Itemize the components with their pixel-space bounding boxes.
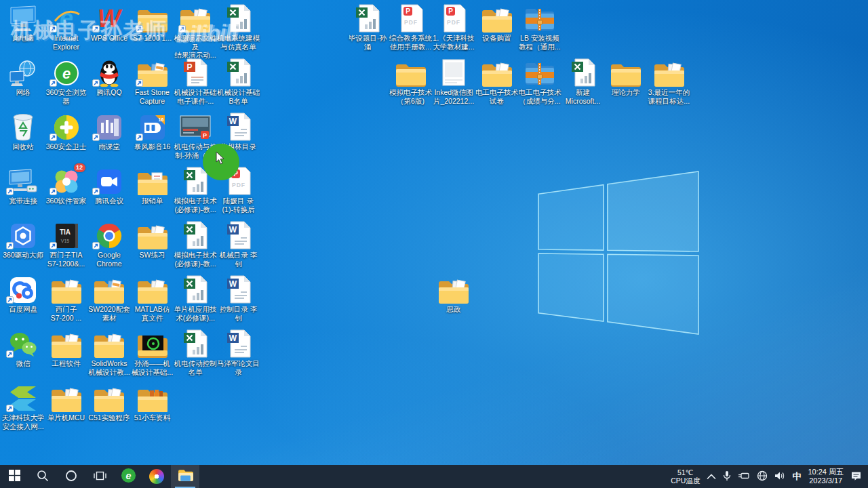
- desktop-icon-sizheng[interactable]: 思政: [432, 275, 475, 314]
- desktop-icon-engineering-software[interactable]: 工程软件: [45, 329, 88, 368]
- desktop-icon-tencent-qq[interactable]: 腾讯QQ: [87, 58, 131, 97]
- start-button[interactable]: [0, 465, 28, 488]
- taskbar-file-explorer-button[interactable]: [171, 465, 199, 488]
- desktop-icon-solidworks-teaching[interactable]: SolidWorks 机械设计教...: [87, 329, 131, 376]
- desktop-icon-course-target[interactable]: 3.最近一年的 课程目标达...: [648, 58, 691, 105]
- desktop-icon-equipment-purchase[interactable]: 设备购置: [475, 4, 519, 43]
- task-view-button[interactable]: [85, 465, 114, 488]
- shortcut-arrow-icon: [6, 188, 14, 195]
- desktop-icon-siemens-s7-200[interactable]: 西门子 S7-200 ...: [45, 275, 88, 322]
- desktop-icon-wechat[interactable]: 微信: [1, 329, 45, 368]
- shortcut-arrow-icon: [6, 296, 14, 304]
- icon-label: 新建 Microsoft...: [561, 88, 605, 105]
- desktop-icon-tencent-meeting[interactable]: 腾讯会议: [87, 167, 131, 205]
- desktop-icon-thesis-topics[interactable]: 毕设题目-孙 涌: [346, 4, 389, 51]
- desktop-icon-new-microsoft-excel[interactable]: 新建 Microsoft...: [561, 58, 605, 105]
- desktop-icon-51-car-materials[interactable]: 51小车资料: [131, 384, 174, 422]
- recycle-bin-icon: [1, 113, 45, 141]
- microphone-tray-button[interactable]: [719, 465, 734, 488]
- desktop-icon-360-safe-guard[interactable]: 360安全卫士: [45, 113, 88, 151]
- desktop-icon-360-driver-master[interactable]: 360驱动大师: [1, 221, 45, 260]
- icon-label: 模拟电子技术 (必修课)-教...: [174, 251, 217, 268]
- svg-text:W: W: [98, 5, 123, 33]
- desktop-icon-inked-wechat-image[interactable]: Inked微信图 片_202212...: [432, 58, 475, 105]
- desktop-icon-elec-scores[interactable]: 电工电子技术 （成绩与分...: [518, 58, 561, 105]
- desktop-icon-mech-system-roster[interactable]: 机电系统建模 与仿真名单: [217, 4, 260, 51]
- desktop-icon-textbook-construction[interactable]: PPDF1.《天津科技 大学教材建...: [432, 4, 475, 51]
- 360-driver-master-icon: [1, 221, 45, 249]
- system-tray: 51℃ CPU温度: [667, 465, 868, 488]
- search-button[interactable]: [28, 465, 57, 488]
- icon-label: Inked微信图 片_202212...: [432, 88, 475, 105]
- desktop-icon-edu-system-manual[interactable]: PPDF综合教务系统 使用手册教...: [389, 4, 433, 51]
- clock[interactable]: 10:24 周五 2023/3/17: [804, 465, 847, 488]
- shortcut-arrow-icon: [50, 134, 57, 141]
- sw-practice-icon: [131, 221, 174, 249]
- desktop-icon-mech-design-roster-b[interactable]: 机械设计基础 B名单: [217, 58, 260, 105]
- shortcut-arrow-icon: [50, 25, 57, 33]
- desktop-icon-c51-programs[interactable]: C51实验程序: [87, 384, 131, 422]
- tray-expand-button[interactable]: [703, 465, 719, 488]
- desktop-icon-demo-files-folder[interactable]: 检测演示文件及 结果演示动...: [174, 4, 217, 60]
- desktop-icon-recycle-bin[interactable]: 回收站: [1, 113, 45, 151]
- inked-wechat-image-icon: [432, 58, 475, 87]
- desktop-icon-analog-elec-required-2[interactable]: 模拟电子技术 (必修课)-教...: [174, 221, 217, 268]
- zhu-xianglin-dir-icon: W: [217, 113, 260, 141]
- desktop-icon-mcu-folder[interactable]: 单片机MCU: [45, 384, 88, 422]
- tencent-qq-icon: [87, 58, 131, 87]
- cortana-button[interactable]: [57, 465, 85, 488]
- desktop-icon-internet-explorer[interactable]: eInternet Explorer: [45, 4, 88, 51]
- desktop-icon-matlab-sim-files[interactable]: MATLAB仿 真文件: [131, 275, 174, 322]
- desktop-icon-theoretical-mechanics[interactable]: 理论力学: [604, 58, 648, 97]
- desktop-icon-mech-dir-li-zhao[interactable]: W机械目录 李 钊: [217, 221, 260, 268]
- drive-control-ppt-icon: P: [174, 113, 217, 141]
- desktop-icon-sw-practice[interactable]: SW练习: [131, 221, 174, 260]
- desktop-icon-broadband-connection[interactable]: 宽带连接: [1, 167, 45, 205]
- desktop-icon-expense-form[interactable]: 报销单: [131, 167, 174, 205]
- icon-label: WPS Office: [87, 34, 131, 43]
- desktop-icon-storm-player-16[interactable]: 16暴风影音16: [131, 113, 174, 151]
- desktop-icon-mech-design-courseware[interactable]: P机械设计基础 电子课件-...: [174, 58, 217, 105]
- desktop-icon-wps-office[interactable]: WWPS Office: [87, 4, 131, 43]
- desktop-icon-baidu-netdisk[interactable]: 百度网盘: [1, 275, 45, 314]
- desktop-icon-360-safe-browser[interactable]: e360安全浏览 器: [45, 58, 88, 105]
- desktop-icon-siemens-tia[interactable]: TIAV15西门子TIA S7-1200&...: [45, 221, 88, 268]
- desktop-icon-faststone-capture[interactable]: Fast Stone Capture: [131, 58, 174, 105]
- action-center-button[interactable]: [847, 465, 865, 488]
- ime-indicator[interactable]: 中: [789, 465, 804, 488]
- desktop-icon-mcu-app-tech[interactable]: 单片机应用技 术(必修课)...: [174, 275, 217, 322]
- ma-zejun-thesis-dir-icon: W: [217, 329, 260, 358]
- task-view-icon: [94, 470, 106, 483]
- svg-text:PDF: PDF: [404, 19, 418, 26]
- desktop-icon-analog-elec-6th[interactable]: 模拟电子技术 （第6版): [389, 58, 433, 105]
- desktop-icon-this-pc[interactable]: 此电脑: [1, 4, 45, 43]
- analog-elec-required-2-icon: [174, 221, 217, 249]
- shortcut-arrow-icon: [136, 79, 143, 87]
- desktop-icon-ma-zejun-thesis-dir[interactable]: W马泽军论文目 录: [217, 329, 260, 376]
- taskbar-360-browser-button[interactable]: e: [114, 465, 142, 488]
- desktop-icon-drive-control-roster[interactable]: 机电传动控制 名单: [174, 329, 217, 376]
- chevron-up-icon: [707, 472, 716, 482]
- textbook-construction-icon: PPDF: [432, 4, 475, 33]
- network-tray-button[interactable]: [753, 465, 771, 488]
- desktop-icon-360-software-manager[interactable]: 12360软件管家: [45, 167, 88, 205]
- desktop-icon-control-dir-li-zhao[interactable]: W控制目录 李 钊: [217, 275, 260, 322]
- desktop-icon-google-chrome[interactable]: Google Chrome: [87, 221, 131, 268]
- icon-label: 3.最近一年的 课程目标达...: [648, 88, 691, 105]
- icon-label: 此电脑: [1, 34, 45, 43]
- desktop-icon-sw2020-materials[interactable]: SW2020配套 素材: [87, 275, 131, 322]
- desktop-icon-lb-install-video[interactable]: LB 安装视频 教程（通用...: [518, 4, 561, 51]
- campus-vpn-icon: [1, 384, 45, 412]
- volume-tray-button[interactable]: [771, 465, 789, 488]
- desktop-icon-elec-exam-papers[interactable]: 电工电子技术 试卷: [475, 58, 519, 105]
- desktop-icon-sunyong-mech-design[interactable]: 孙涌——机 械设计基础...: [131, 329, 174, 376]
- cpu-temp-widget[interactable]: 51℃ CPU温度: [667, 465, 703, 488]
- desktop-icon-yuketang[interactable]: 雨课堂: [87, 113, 131, 151]
- icon-label: 单片机应用技 术(必修课)...: [174, 305, 217, 322]
- icon-label: 模拟电子技术 (必修课)-教...: [174, 197, 217, 214]
- desktop-icon-s7-1200-folder[interactable]: S7-1200 1...: [131, 4, 174, 43]
- usb-device-tray-button[interactable]: [734, 465, 753, 488]
- desktop-icon-network[interactable]: 网络: [1, 58, 45, 97]
- taskbar-360-speed-browser-button[interactable]: [142, 465, 171, 488]
- desktop-icon-campus-vpn[interactable]: 天津科技大学 安全接入网...: [1, 384, 45, 430]
